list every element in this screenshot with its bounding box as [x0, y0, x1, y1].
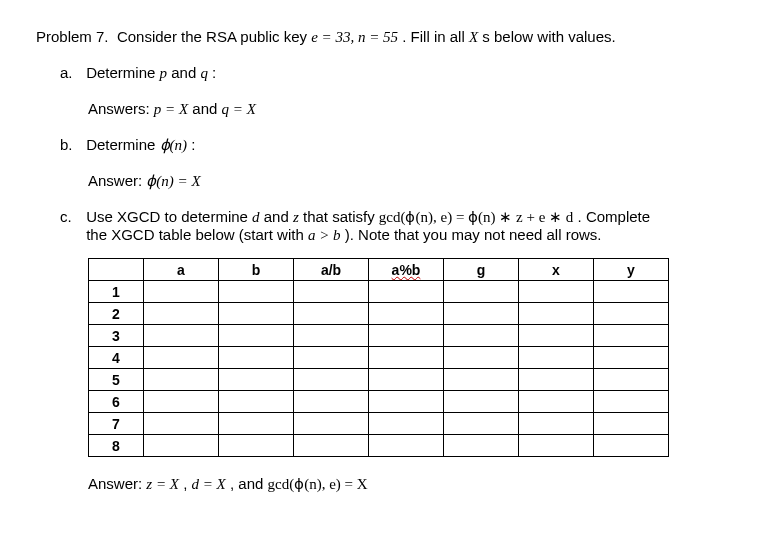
- cell: [294, 413, 369, 435]
- part-c-line1c: . Complete: [578, 208, 651, 225]
- part-c-ans-d: d = X: [192, 476, 226, 492]
- cell: [594, 413, 669, 435]
- part-c-ans-c2: , and: [230, 475, 268, 492]
- cell: [294, 303, 369, 325]
- cell: [219, 281, 294, 303]
- cell: [444, 303, 519, 325]
- cell: [444, 435, 519, 457]
- part-c-gcd: gcd(ϕ(n), e) = ϕ(n) ∗ z + e ∗ d: [379, 209, 574, 225]
- cell: [294, 347, 369, 369]
- col-y: y: [594, 259, 669, 281]
- part-c-z: z: [293, 209, 299, 225]
- problem-statement: Problem 7. Consider the RSA public key e…: [36, 28, 732, 46]
- cell: [369, 369, 444, 391]
- cell: [369, 303, 444, 325]
- problem-text-a: Consider the RSA public key: [117, 28, 311, 45]
- col-adivb: a/b: [294, 259, 369, 281]
- table-row: 3: [89, 325, 669, 347]
- problem-eq: e = 33, n = 55: [311, 29, 398, 45]
- col-g: g: [444, 259, 519, 281]
- part-a-q: q: [200, 65, 208, 81]
- xgcd-table: a b a/b a%b g x y 1 2 3 4 5 6 7 8: [88, 258, 669, 457]
- cell: [294, 435, 369, 457]
- part-a-prompt: a. Determine p and q :: [36, 64, 732, 82]
- cell: [519, 325, 594, 347]
- cell: [144, 413, 219, 435]
- part-b-colon: :: [191, 136, 195, 153]
- part-c-line1a: Use XGCD to determine: [86, 208, 252, 225]
- part-c-agtb: a > b: [308, 227, 341, 243]
- cell: [144, 303, 219, 325]
- cell: [294, 369, 369, 391]
- part-c-ans-c1: ,: [183, 475, 191, 492]
- part-c-prompt: c. Use XGCD to determine d and z that sa…: [36, 208, 732, 244]
- row-num: 3: [89, 325, 144, 347]
- cell: [519, 435, 594, 457]
- part-a-ans-and: and: [192, 100, 221, 117]
- row-num: 2: [89, 303, 144, 325]
- part-c-label: c.: [60, 208, 82, 225]
- cell: [144, 369, 219, 391]
- cell: [219, 413, 294, 435]
- cell: [369, 413, 444, 435]
- cell: [219, 325, 294, 347]
- cell: [369, 391, 444, 413]
- cell: [219, 435, 294, 457]
- part-c-ans-lead: Answer:: [88, 475, 146, 492]
- table-row: 6: [89, 391, 669, 413]
- cell: [444, 413, 519, 435]
- row-num: 6: [89, 391, 144, 413]
- part-a-answer: Answers: p = X and q = X: [36, 100, 732, 118]
- cell: [594, 281, 669, 303]
- cell: [144, 391, 219, 413]
- cell: [144, 325, 219, 347]
- cell: [594, 347, 669, 369]
- problem-xs: X: [469, 29, 478, 45]
- problem-text-c: s below with values.: [482, 28, 615, 45]
- part-a-p: p: [160, 65, 168, 81]
- problem-title: Problem 7.: [36, 28, 109, 45]
- table-row: 4: [89, 347, 669, 369]
- cell: [594, 435, 669, 457]
- table-row: 1: [89, 281, 669, 303]
- cell: [219, 347, 294, 369]
- cell: [594, 303, 669, 325]
- cell: [144, 347, 219, 369]
- part-b-ans-eq: ϕ(n) = X: [146, 173, 200, 189]
- cell: [594, 391, 669, 413]
- table-row: 7: [89, 413, 669, 435]
- cell: [219, 369, 294, 391]
- part-b-text: Determine: [86, 136, 159, 153]
- part-c-d: d: [252, 209, 260, 225]
- part-a-ans-p: p = X: [154, 101, 188, 117]
- part-c-answer: Answer: z = X , d = X , and gcd(ϕ(n), e)…: [36, 475, 732, 493]
- row-num: 5: [89, 369, 144, 391]
- row-num: 7: [89, 413, 144, 435]
- cell: [144, 281, 219, 303]
- table-row: 5: [89, 369, 669, 391]
- col-b: b: [219, 259, 294, 281]
- part-b-label: b.: [60, 136, 82, 153]
- cell: [369, 281, 444, 303]
- part-c-ans-z: z = X: [146, 476, 179, 492]
- row-num: 4: [89, 347, 144, 369]
- cell: [444, 347, 519, 369]
- part-c-ans-gcd: gcd(ϕ(n), e) = X: [268, 476, 368, 492]
- part-c-line2b: ). Note that you may not need all rows.: [345, 226, 602, 243]
- part-c-and: and: [264, 208, 293, 225]
- cell: [594, 325, 669, 347]
- table-row: 2: [89, 303, 669, 325]
- row-num: 1: [89, 281, 144, 303]
- cell: [519, 369, 594, 391]
- cell: [519, 303, 594, 325]
- cell: [519, 391, 594, 413]
- part-a-text: Determine: [86, 64, 159, 81]
- part-a-label: a.: [60, 64, 82, 81]
- col-a: a: [144, 259, 219, 281]
- part-a-and: and: [171, 64, 200, 81]
- cell: [444, 391, 519, 413]
- cell: [519, 413, 594, 435]
- cell: [144, 435, 219, 457]
- table-header-row: a b a/b a%b g x y: [89, 259, 669, 281]
- cell: [444, 281, 519, 303]
